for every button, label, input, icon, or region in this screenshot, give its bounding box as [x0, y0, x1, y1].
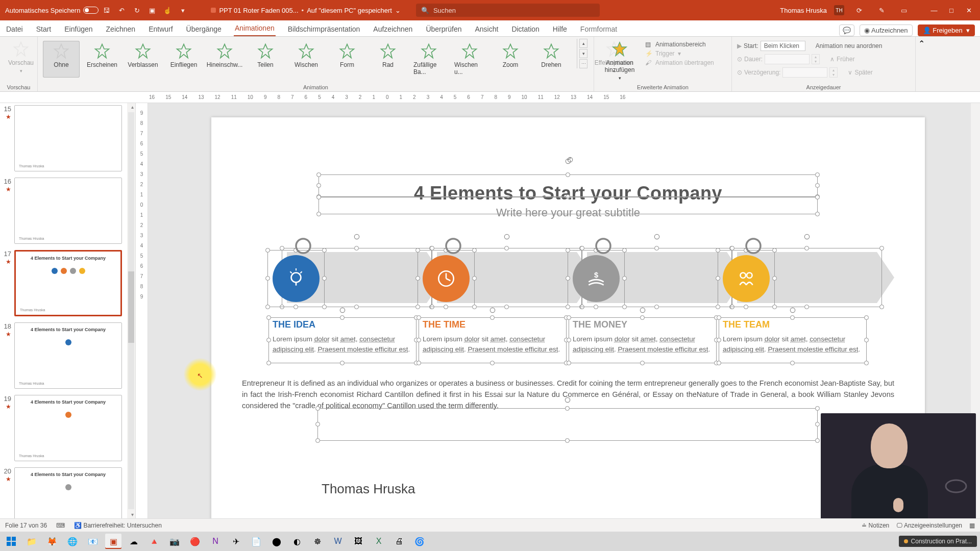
later-button[interactable]: ∨ Später [848, 67, 872, 78]
tab-entwurf[interactable]: Entwurf [148, 22, 174, 36]
tab-ueberpruefen[interactable]: Überprüfen [425, 22, 462, 36]
firefox-icon[interactable]: 🦊 [44, 534, 60, 549]
view-normal-icon[interactable]: ▦ [969, 522, 975, 529]
delay-input[interactable] [782, 67, 827, 78]
element-grey[interactable]: $THE MONEYLorem ipsum dolor sit amet, co… [573, 255, 714, 355]
selection-title[interactable] [318, 174, 818, 197]
tab-zeichnen[interactable]: Zeichnen [105, 22, 137, 36]
slide-canvas[interactable]: 4 Elements to Start your Company Write h… [211, 117, 925, 518]
thumb-20[interactable]: 4 Elements to Start your CompanyThomas H… [14, 467, 122, 518]
tab-einfuegen[interactable]: Einfügen [63, 22, 93, 36]
tab-bildschirm[interactable]: Bildschirmpräsentation [287, 22, 361, 36]
window-icon[interactable]: ▭ [899, 6, 909, 15]
earlier-button[interactable]: ∧ Früher [830, 54, 854, 64]
app-icon-7[interactable]: 🖼 [350, 534, 366, 549]
record-button[interactable]: ◉ Aufzeichnen [860, 24, 912, 36]
preview-button[interactable]: Vorschau▾ [5, 39, 37, 76]
telegram-icon[interactable]: ✈ [228, 534, 244, 549]
anim-verblassen[interactable]: Verblassen [125, 41, 161, 78]
language-icon[interactable]: ⌨ [56, 522, 65, 529]
autosave-toggle[interactable] [83, 7, 99, 14]
display-settings-button[interactable]: 🖵 Anzeigeeinstellungen [896, 522, 962, 529]
accessibility-button[interactable]: ♿ Barrierefreiheit: Untersuchen [74, 522, 162, 529]
gallery-controls[interactable]: ▴▾⋯ [577, 39, 587, 68]
animation-gallery[interactable]: Ohne Erscheinen Verblassen Einfliegen Hi… [43, 39, 570, 78]
tab-uebergaenge[interactable]: Übergänge [185, 22, 223, 36]
user-name[interactable]: Thomas Hruska [780, 7, 827, 14]
close-button[interactable]: ✕ [963, 4, 975, 16]
powerpoint-icon[interactable]: ▣ [105, 534, 121, 549]
thumb-18[interactable]: 4 Elements to Start your CompanyThomas H… [14, 322, 122, 389]
app-icon-3[interactable]: 🔴 [187, 534, 203, 549]
qat-overflow-icon[interactable]: ▾ [178, 6, 187, 15]
animation-pane-button[interactable]: ▤Animationsbereich [645, 41, 714, 48]
word-icon[interactable]: W [330, 534, 346, 549]
app-icon-2[interactable]: 📷 [166, 534, 183, 549]
onenote-icon[interactable]: N [207, 534, 224, 549]
panel-scrollbar[interactable]: ▴ ▾ [127, 103, 135, 518]
thumb-16[interactable]: Thomas Hruska [14, 178, 122, 244]
notes-button[interactable]: ≐ Notizen [862, 522, 889, 529]
obs-icon[interactable]: ⬤ [268, 534, 285, 549]
circle-gold[interactable] [723, 255, 770, 302]
author[interactable]: Thomas Hruska [322, 481, 415, 497]
tab-formformat[interactable]: Formformat [579, 22, 618, 36]
minimize-button[interactable]: — [928, 4, 940, 16]
slide-counter[interactable]: Folie 17 von 36 [5, 522, 47, 529]
share-button[interactable]: 👤 Freigeben ▾ [918, 24, 975, 36]
circle-orange[interactable] [423, 255, 470, 302]
element-blue[interactable]: THE IDEALorem ipsum dolor sit amet, cons… [273, 255, 413, 355]
start-select[interactable]: Beim Klicken [761, 41, 805, 51]
explorer-icon[interactable]: 📁 [23, 534, 40, 549]
present-icon[interactable]: ▣ [148, 6, 157, 15]
app-icon-4[interactable]: 📄 [248, 534, 264, 549]
tab-dictation[interactable]: Dictation [510, 22, 540, 36]
selection-paragraph[interactable] [317, 408, 818, 441]
anim-drehen[interactable]: Drehen [533, 41, 570, 78]
circle-grey[interactable]: $ [573, 255, 620, 302]
autosave[interactable]: Automatisches Speichern [5, 7, 99, 14]
element-orange[interactable]: THE TIMELorem ipsum dolor sit amet, cons… [423, 255, 564, 355]
tab-aufzeichnen[interactable]: Aufzeichnen [372, 22, 413, 36]
sync-icon[interactable]: ⟳ [854, 6, 864, 15]
anim-wischen[interactable]: Wischen [288, 41, 325, 78]
draw-icon[interactable]: ✎ [877, 6, 886, 15]
edge-icon[interactable]: 🌀 [411, 534, 428, 549]
collapse-ribbon-button[interactable]: ⌃ [916, 37, 927, 91]
selection-subtitle[interactable] [318, 197, 818, 214]
anim-rad[interactable]: Rad [370, 41, 406, 78]
tab-start[interactable]: Start [35, 22, 53, 36]
animation-painter-button[interactable]: 🖌Animation übertragen [645, 59, 714, 66]
tab-ansicht[interactable]: Ansicht [474, 22, 499, 36]
excel-icon[interactable]: X [371, 534, 387, 549]
redo-icon[interactable]: ↻ [132, 6, 141, 15]
effect-options-button[interactable]: Effektoptionen▾ [593, 39, 635, 76]
circle-blue[interactable] [273, 255, 320, 302]
app-icon-5[interactable]: ◐ [289, 534, 305, 549]
save-icon[interactable]: 🖫 [102, 6, 111, 15]
app-icon-8[interactable]: 🖨 [391, 534, 407, 549]
avatar[interactable]: TH [834, 5, 844, 15]
outlook-icon[interactable]: 📧 [85, 534, 101, 549]
duration-input[interactable] [765, 54, 810, 64]
tab-animationen[interactable]: Animationen [234, 21, 276, 36]
anim-teilen[interactable]: Teilen [247, 41, 284, 78]
anim-none[interactable]: Ohne [43, 41, 80, 78]
element-gold[interactable]: THE TEAMLorem ipsum dolor sit amet, cons… [723, 255, 864, 355]
touch-icon[interactable]: ☝ [163, 6, 172, 15]
vlc-icon[interactable]: 🔺 [146, 534, 162, 549]
tab-hilfe[interactable]: Hilfe [552, 22, 568, 36]
thumb-19[interactable]: 4 Elements to Start your CompanyThomas H… [14, 395, 122, 461]
undo-icon[interactable]: ↶ [117, 6, 126, 15]
notification[interactable]: Construction on Prat... [899, 536, 977, 547]
anim-wischenu[interactable]: Wischen u... [451, 41, 488, 78]
anim-zoom[interactable]: Zoom [492, 41, 529, 78]
app-icon-6[interactable]: ☸ [309, 534, 326, 549]
search-input[interactable]: 🔍 Suchen [416, 4, 600, 17]
chrome-icon[interactable]: 🌐 [64, 534, 81, 549]
anim-hinein[interactable]: Hineinschw... [206, 41, 243, 78]
anim-erscheinen[interactable]: Erscheinen [84, 41, 120, 78]
start-button[interactable] [3, 534, 19, 549]
filename[interactable]: PPT 01 Roter Faden 005... • Auf "diesem … [211, 7, 400, 14]
anim-form[interactable]: Form [329, 41, 365, 78]
